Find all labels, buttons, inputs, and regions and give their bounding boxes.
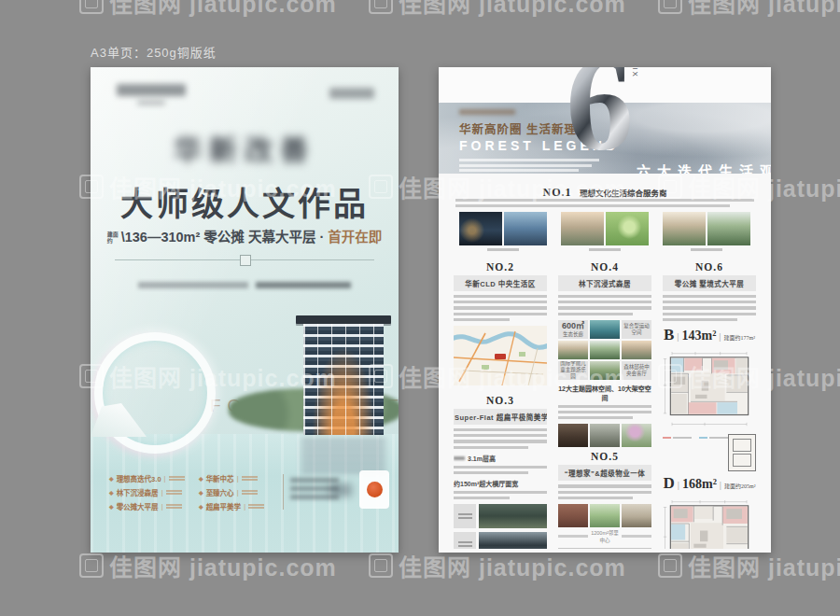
diamond-icon: ◈ <box>109 475 114 482</box>
highlight-text: 3.1m层高 <box>468 454 496 463</box>
feature-item: ◈ 超扁平美学 | <box>199 500 277 512</box>
feature-item: ◈ 理想高迭代3.0 | <box>109 472 195 484</box>
paragraph-blurred <box>663 295 756 321</box>
plan-letter: B <box>664 326 674 344</box>
watermark-text: 佳图网 jiatupic.com <box>688 549 840 582</box>
plan-area: 143m² <box>682 329 717 343</box>
feature-separator: | <box>161 488 163 497</box>
tower-roof <box>296 315 391 324</box>
subtitle-highlight: 首开在即 <box>328 230 382 245</box>
photo-captions-blurred <box>459 248 750 251</box>
section-title: 华新CLD 中央生活区 <box>454 275 547 291</box>
location-map <box>454 326 547 385</box>
blurred-caption <box>622 535 651 538</box>
subtitle-mid: 零公摊 天幕大平层 <box>203 230 315 245</box>
six-suffix-label: ×SIX <box>631 67 639 78</box>
plan-built-area: 建面约177m² <box>724 333 755 342</box>
feature-label: 零公摊大平层 <box>117 501 159 511</box>
photo-pool <box>590 320 620 339</box>
watermark: 佳图网 jiatupic.com <box>658 0 840 19</box>
paragraph-blurred <box>558 484 651 499</box>
feature-suffix-blurred <box>169 476 185 482</box>
section-title: 零公摊 墅境式大平层 <box>663 275 756 291</box>
section-title: Super-Flat 超扁平极简美学 <box>454 409 547 425</box>
diamond-icon: ◈ <box>109 489 114 496</box>
divider-ornament <box>240 255 251 266</box>
watermark-logo-icon <box>79 553 104 578</box>
poster-title: 大师级人文作品 <box>91 177 399 225</box>
feature-tag-blurred <box>454 504 476 528</box>
feature-label: 林下沉浸森居 <box>117 487 159 497</box>
subtitle-sep: · <box>319 230 324 245</box>
photo-residential <box>561 212 604 245</box>
amenity-collage: 600㎡ 生态长廊 复合型运动空间 国际学前儿童主题游乐园 森林邸苑中央会客厅 <box>558 320 651 380</box>
paragraph-blurred <box>454 491 547 499</box>
feature-tag-blurred <box>454 532 476 549</box>
photo-garden <box>663 212 706 245</box>
diamond-icon: ◈ <box>199 475 203 482</box>
collage-caption: 12大主题园林空间、10大架空空间 <box>558 384 651 402</box>
feature-photo-row <box>454 532 547 549</box>
watermark: 佳图网 jiatupic.com <box>658 549 840 582</box>
photo-trees <box>590 341 620 359</box>
photo-towers <box>504 212 547 245</box>
area-range: \136—310m² <box>121 230 201 245</box>
feature-separator: | <box>237 474 239 483</box>
section-title: “理想家”&超级物业一体 <box>558 465 651 481</box>
feature-list: ◈ 理想高迭代3.0 | ◈ 华新中芯 | ◈ 林下沉浸森居 | ◈ 至臻六心 … <box>109 472 277 512</box>
section-number: NO.1 <box>543 186 572 199</box>
blurred-caption <box>673 437 692 440</box>
blurred-caption <box>558 535 588 538</box>
column-middle: NO.4 林下沉浸式森居 600㎡ 生态长廊 复合型运动空间 国际学前儿童主题游… <box>558 259 651 549</box>
developer-logo-subline-blurred <box>137 101 165 105</box>
tower-building <box>301 315 385 435</box>
plan-built-area: 建面约205m² <box>724 482 755 490</box>
feature-label: 至臻六心 <box>206 487 234 497</box>
section-no1-paragraph-blurred <box>455 199 754 207</box>
section-title: 林下沉浸式森居 <box>558 275 651 291</box>
pink-swatch <box>663 437 671 439</box>
photo-clubhouse <box>558 504 588 527</box>
design-preview-canvas: A3单页：250g铜版纸 华新改善 大师级人文作品 建面约\136—310m² … <box>0 0 840 616</box>
watermark-text: 佳图网 jiatupic.com <box>109 549 337 582</box>
paragraph-blurred <box>454 466 547 474</box>
highlight-line: 3.1m层高 <box>454 454 547 463</box>
blurred-headline: 华新改善 <box>91 127 399 168</box>
plan-letter: D <box>663 474 674 493</box>
photo-path <box>590 361 620 380</box>
watermark-logo-icon <box>369 553 393 578</box>
tile-number: 600㎡ <box>562 321 584 331</box>
blurred-text <box>454 456 465 460</box>
poster-front: 华新改善 大师级人文作品 建面约\136—310m² 零公摊 天幕大平层 · 首… <box>91 67 399 553</box>
tile-kids-park: 国际学前儿童主题游乐园 <box>558 361 588 380</box>
blurred-text <box>256 282 351 288</box>
watermark: 佳图网 jiatupic.com <box>79 549 337 582</box>
watermark-text: 佳图网 jiatupic.com <box>399 0 626 19</box>
feature-label: 华新中芯 <box>206 473 234 483</box>
diamond-icon: ◈ <box>199 489 203 496</box>
blurred-logo-blob <box>329 483 352 497</box>
section-number: NO.2 <box>454 261 547 273</box>
blurred-text <box>138 282 248 288</box>
feature-label: 超扁平美学 <box>206 501 242 511</box>
blurred-tagline <box>91 282 399 288</box>
feature-separator: | <box>244 502 245 511</box>
section-title: 理想文化生活综合服务商 <box>580 189 667 198</box>
photo-greenery <box>707 212 750 245</box>
paragraph-blurred <box>558 405 651 420</box>
feature-item: ◈ 零公摊大平层 | <box>109 500 195 512</box>
photo-park-aerial <box>606 212 649 245</box>
floorplan-drawing <box>663 346 756 432</box>
floorplan-legend <box>663 434 728 440</box>
diamond-icon: ◈ <box>199 503 203 510</box>
feature-separator: | <box>161 502 163 511</box>
blurred-text <box>459 109 515 115</box>
red-seal-icon <box>367 482 383 497</box>
footer-divider <box>283 474 284 510</box>
plan-separator: | <box>677 330 679 342</box>
floorplan-mini <box>728 434 756 471</box>
plan-separator: | <box>720 479 721 490</box>
tile-sport: 复合型运动空间 <box>622 320 651 339</box>
feature-suffix-blurred <box>242 490 258 496</box>
feature-item: ◈ 华新中芯 | <box>199 472 277 484</box>
